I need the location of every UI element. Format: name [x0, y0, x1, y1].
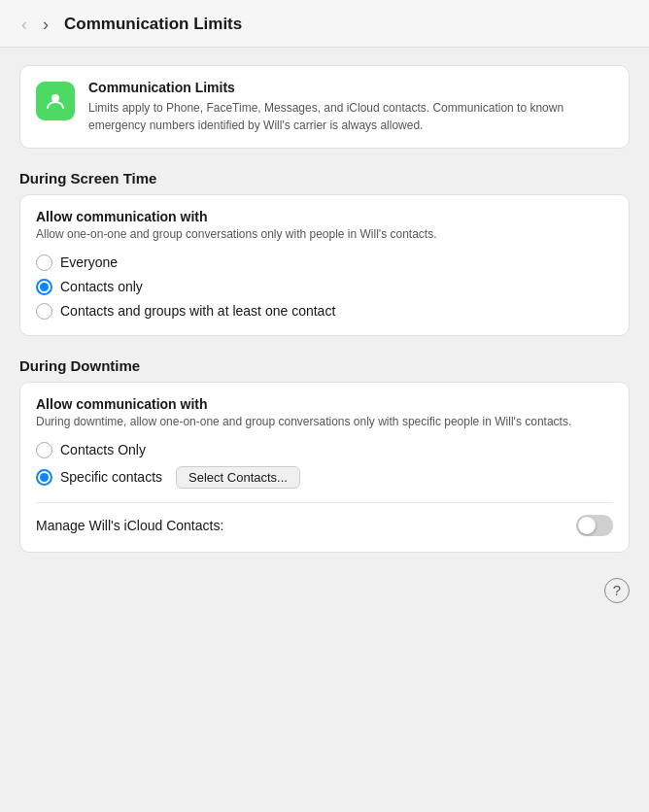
radio-specific-contacts[interactable]: Specific contacts [36, 469, 162, 486]
info-card-title: Communication Limits [88, 80, 613, 95]
screen-time-card: Allow communication with Allow one-on-on… [19, 194, 630, 336]
info-card: Communication Limits Limits apply to Pho… [19, 65, 630, 149]
manage-label: Manage Will's iCloud Contacts: [36, 518, 223, 533]
screen-time-card-title: Allow communication with [36, 209, 613, 224]
page-title: Communication Limits [64, 15, 242, 34]
radio-contacts-only-dt-circle [36, 442, 52, 458]
app-icon [36, 82, 75, 120]
manage-row: Manage Will's iCloud Contacts: [36, 502, 613, 536]
radio-contacts-groups-circle [36, 303, 52, 320]
help-btn-wrapper: ? [19, 574, 630, 603]
screen-time-radio-group: Everyone Contacts only Contacts and grou… [36, 254, 613, 320]
radio-contacts-groups-label: Contacts and groups with at least one co… [60, 303, 335, 319]
radio-contacts-only-label: Contacts only [60, 279, 143, 294]
radio-everyone-circle [36, 254, 52, 271]
icloud-contacts-toggle[interactable] [576, 515, 613, 536]
screen-time-heading: During Screen Time [19, 170, 630, 186]
radio-everyone-label: Everyone [60, 254, 118, 270]
downtime-card-title: Allow communication with [36, 396, 613, 412]
back-button[interactable]: ‹ [16, 14, 33, 35]
forward-button[interactable]: › [37, 14, 54, 35]
radio-contacts-groups[interactable]: Contacts and groups with at least one co… [36, 303, 613, 320]
downtime-card-subtitle: During downtime, allow one-on-one and gr… [36, 414, 613, 430]
content-area: Communication Limits Limits apply to Pho… [0, 48, 649, 623]
toggle-knob [578, 517, 596, 534]
radio-specific-contacts-label: Specific contacts [60, 469, 162, 485]
help-button[interactable]: ? [604, 578, 630, 603]
radio-specific-contacts-circle [36, 469, 52, 486]
radio-everyone[interactable]: Everyone [36, 254, 613, 271]
select-contacts-button[interactable]: Select Contacts... [176, 466, 300, 489]
info-card-text: Communication Limits Limits apply to Pho… [88, 80, 613, 134]
radio-contacts-only[interactable]: Contacts only [36, 279, 613, 295]
radio-contacts-only-dt-label: Contacts Only [60, 442, 146, 457]
info-card-description: Limits apply to Phone, FaceTime, Message… [88, 99, 613, 134]
radio-contacts-only-circle [36, 279, 52, 295]
downtime-card: Allow communication with During downtime… [19, 382, 630, 553]
title-bar: ‹ › Communication Limits [0, 0, 649, 48]
downtime-radio-group: Contacts Only Specific contacts Select C… [36, 442, 613, 489]
svg-point-0 [51, 94, 59, 102]
downtime-heading: During Downtime [19, 357, 630, 374]
screen-time-card-subtitle: Allow one-on-one and group conversations… [36, 226, 613, 243]
radio-specific-contacts-row: Specific contacts Select Contacts... [36, 466, 613, 489]
radio-contacts-only-dt[interactable]: Contacts Only [36, 442, 613, 458]
